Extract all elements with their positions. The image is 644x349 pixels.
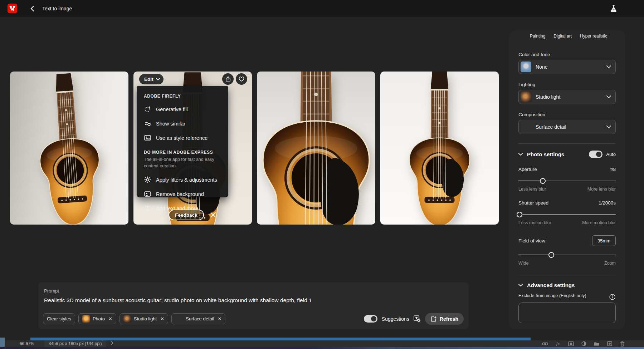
exclude-from-image-input[interactable] (518, 303, 616, 323)
new-layer-icon[interactable] (606, 341, 613, 347)
composition-label: Composition (518, 112, 616, 117)
shutter-speed-slider[interactable] (518, 212, 616, 217)
chevron-down-icon (606, 65, 611, 68)
slider-thumb[interactable] (517, 212, 522, 217)
style-tabs: Painting Digital art Hyper realistic (518, 30, 616, 39)
lighting-dropdown[interactable]: Studio light (518, 90, 616, 104)
guitar-illustration-1 (10, 72, 128, 225)
delete-layer-trash-icon[interactable] (619, 341, 625, 347)
page-title: Text to image (42, 6, 72, 11)
adobe-logo-icon[interactable] (8, 4, 17, 13)
chip-label: Surface detail (186, 316, 214, 321)
color-tone-dropdown[interactable]: None (518, 60, 616, 74)
tab-hyper-realistic[interactable]: Hyper realistic (580, 34, 607, 39)
menu-item-apply-filters[interactable]: Apply filters & adjustments (144, 176, 222, 183)
field-of-view-value-box[interactable]: 35mm (592, 235, 616, 246)
style-chip-surface-detail[interactable]: Surface detail ✕ (171, 313, 225, 324)
color-tone-label: Color and tone (518, 52, 616, 57)
refresh-button[interactable]: Refresh (425, 313, 464, 325)
favorite-heart-icon[interactable] (236, 73, 247, 85)
slider-track[interactable] (518, 214, 616, 215)
remove-chip-icon[interactable]: ✕ (108, 316, 112, 321)
aperture-slider[interactable] (518, 178, 616, 184)
generated-image-4[interactable] (380, 72, 499, 225)
menu-item-label: Show similar (156, 121, 185, 127)
chevron-down-icon (518, 153, 523, 156)
shutter-speed-label: Shutter speed (518, 200, 548, 206)
menu-item-add-text[interactable]: Add text and more (144, 205, 222, 212)
advanced-settings-header[interactable]: Advanced settings (518, 282, 616, 288)
chevron-down-icon (518, 284, 523, 287)
beaker-icon[interactable] (609, 4, 618, 13)
layer-effects-icon[interactable]: fx (555, 341, 561, 347)
remove-chip-icon[interactable]: ✕ (218, 316, 222, 321)
divider (518, 275, 616, 275)
back-button[interactable] (28, 4, 36, 13)
tab-painting[interactable]: Painting (530, 34, 545, 39)
guitar-illustration-3 (257, 72, 375, 225)
style-chip-photo[interactable]: Photo ✕ (78, 313, 116, 324)
style-chip-studio-light[interactable]: Studio light ✕ (119, 313, 168, 324)
window-corner-handle (0, 338, 5, 347)
slider-thumb[interactable] (548, 252, 554, 258)
auto-toggle[interactable] (589, 151, 602, 158)
add-text-icon (144, 205, 151, 212)
tab-digital-art[interactable]: Digital art (553, 34, 572, 39)
surface-detail-chip-thumbnail (175, 315, 183, 323)
menu-item-style-reference[interactable]: Use as style reference (144, 134, 222, 142)
style-reference-icon (144, 134, 151, 142)
chip-label: Photo (93, 316, 105, 321)
document-info[interactable]: 3456 px x 1805 px (144 ppi) (44, 340, 106, 347)
link-layers-icon[interactable] (542, 341, 548, 347)
feedback-button-label: Feedback (175, 212, 197, 218)
share-icon[interactable] (222, 73, 234, 85)
close-icon[interactable] (210, 211, 217, 218)
lighting-thumbnail (521, 92, 531, 102)
menu-item-show-similar[interactable]: Show similar (144, 120, 222, 127)
menu-section-description: The all-in-one app for fast and easy con… (144, 157, 220, 169)
field-of-view-label: Field of view (518, 238, 545, 244)
exclude-from-image-label: Exclude from image (English only) (518, 293, 586, 298)
fov-max-label: Zoom (604, 261, 616, 266)
prompt-text[interactable]: Realistic 3D model of a sunburst acousti… (44, 297, 463, 304)
edit-button[interactable]: Edit (139, 74, 164, 84)
zoom-level[interactable]: 66.67% (20, 341, 34, 346)
composition-dropdown[interactable]: Surface detail (518, 120, 616, 134)
remove-background-icon (144, 190, 151, 198)
generated-image-2[interactable]: Edit ADOBE FIREFLY Generative fil (133, 72, 252, 225)
generated-image-1[interactable] (10, 72, 128, 225)
menu-item-generative-fill[interactable]: Generative fill (144, 105, 222, 113)
layer-mask-icon[interactable] (568, 341, 574, 347)
horizontal-scrollbar[interactable] (30, 338, 531, 340)
prompt-panel: Prompt Realistic 3D model of a sunburst … (38, 282, 469, 329)
toggle-knob (371, 316, 376, 321)
new-group-folder-icon[interactable] (594, 341, 600, 347)
field-of-view-slider[interactable] (518, 252, 616, 258)
generative-fill-icon (144, 105, 151, 113)
adjustment-layer-icon[interactable] (581, 341, 587, 347)
refresh-label: Refresh (440, 316, 458, 322)
info-icon[interactable] (609, 293, 616, 300)
slider-thumb[interactable] (540, 178, 546, 184)
studio-light-chip-thumbnail (123, 315, 131, 323)
photo-settings-header[interactable]: Photo settings Auto (518, 151, 616, 158)
status-chevron-icon[interactable] (111, 341, 113, 346)
window-bottom-edge (0, 347, 644, 349)
generated-image-grid: Edit ADOBE FIREFLY Generative fil (10, 72, 499, 225)
lighting-value: Studio light (536, 94, 606, 100)
aperture-min-label: Less lens blur (518, 187, 546, 192)
layers-panel-actions: fx (542, 340, 625, 347)
photo-chip-thumbnail (82, 315, 90, 323)
menu-item-remove-background[interactable]: Remove background (144, 190, 222, 198)
filters-adjustments-icon (144, 176, 151, 183)
clear-styles-button[interactable]: Clear styles (43, 313, 75, 324)
shutter-max-label: More motion blur (582, 220, 616, 225)
aperture-value: f/8 (610, 167, 616, 172)
generated-image-3[interactable] (257, 72, 375, 225)
chip-label: Studio light (134, 316, 157, 321)
clear-styles-label: Clear styles (47, 316, 71, 321)
suggestions-toggle[interactable] (364, 315, 377, 323)
menu-section-firefly: ADOBE FIREFLY (144, 94, 222, 99)
toggle-knob (596, 152, 601, 157)
remove-chip-icon[interactable]: ✕ (160, 316, 164, 321)
